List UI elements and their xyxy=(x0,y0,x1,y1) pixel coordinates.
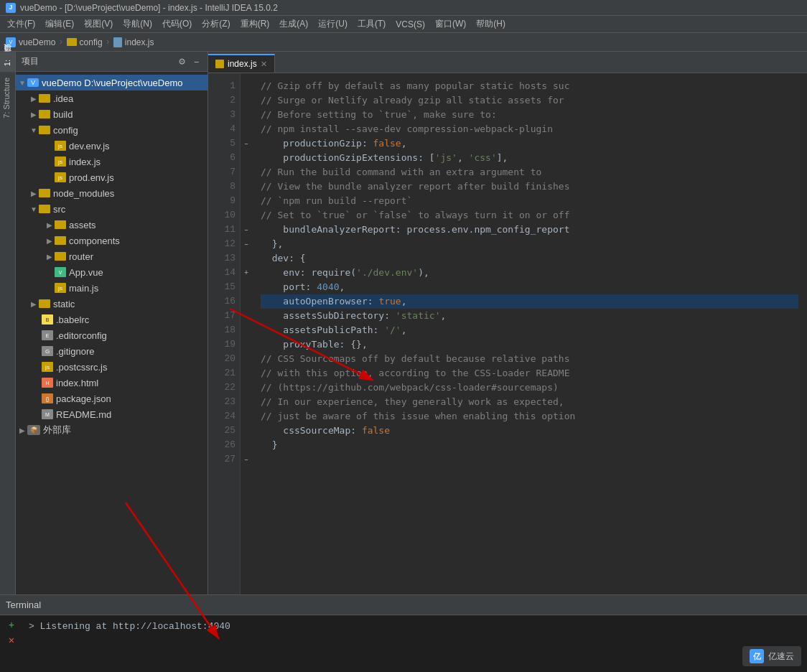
menu-item-v[interactable]: 视图(V) xyxy=(80,17,117,32)
tree-item-devenv[interactable]: ▶ js dev.env.js xyxy=(16,138,207,154)
code-line-9: // `npm run build --report` xyxy=(261,194,798,208)
tree-item-mainjs[interactable]: ▶ js main.js xyxy=(16,280,207,296)
fold-marker-22[interactable] xyxy=(241,381,252,395)
menu-item-e[interactable]: 编辑(E) xyxy=(41,17,78,32)
fold-marker-17[interactable] xyxy=(241,309,252,323)
fold-marker-21[interactable] xyxy=(241,366,252,381)
fold-marker-2[interactable] xyxy=(241,93,252,108)
tree-item-idea[interactable]: ▶ .idea xyxy=(16,90,207,106)
terminal-close-btn[interactable]: ✕ xyxy=(6,634,17,645)
breadcrumb-vuedemo[interactable]: vueDemo xyxy=(19,37,55,47)
tree-item-indexjs[interactable]: ▶ js index.js xyxy=(16,154,207,169)
fold-marker-9[interactable] xyxy=(241,194,252,208)
fold-marker-3[interactable] xyxy=(241,108,252,122)
tree-item-config[interactable]: ▼ config xyxy=(16,122,207,138)
tree-item-gitignore[interactable]: ▶ G .gitignore xyxy=(16,343,207,359)
fold-marker-24[interactable] xyxy=(241,409,252,424)
tree-item-appvue[interactable]: ▶ V App.vue xyxy=(16,264,207,280)
menu-item-w[interactable]: 窗口(W) xyxy=(431,17,470,32)
tree-item-postcssrc[interactable]: ▶ js .postcssrc.js xyxy=(16,359,207,375)
tree-item-build[interactable]: ▶ build xyxy=(16,106,207,122)
config-folder-icon xyxy=(67,38,77,46)
fold-marker-10[interactable] xyxy=(241,208,252,223)
menu-item-u[interactable]: 运行(U) xyxy=(314,17,352,32)
menu-item-a[interactable]: 生成(A) xyxy=(275,17,312,32)
fold-marker-23[interactable] xyxy=(241,395,252,409)
breadcrumb-sep-1: › xyxy=(58,37,63,47)
menu-item-h[interactable]: 帮助(H) xyxy=(472,17,510,32)
tree-item-static[interactable]: ▶ static xyxy=(16,296,207,312)
sidebar-tab-structure[interactable]: 7: Structure xyxy=(0,72,15,124)
bottom-area: Terminal + ✕ > Listening at http://local… xyxy=(0,594,807,672)
ln-17: 17 xyxy=(213,309,235,323)
tab-indexjs-label: index.js xyxy=(228,59,257,69)
menu-item-f[interactable]: 文件(F) xyxy=(3,17,39,32)
tree-label-static: static xyxy=(53,299,205,309)
fold-marker-1[interactable] xyxy=(241,79,252,93)
tab-indexjs[interactable]: index.js ✕ xyxy=(208,54,275,73)
code-content[interactable]: // Gzip off by default as many popular s… xyxy=(252,73,807,650)
nodemodules-folder-icon xyxy=(39,189,50,197)
tree-item-assets[interactable]: ▶ assets xyxy=(16,217,207,233)
breadcrumb-indexjs[interactable]: index.js xyxy=(125,37,154,47)
tree-item-indexhtml[interactable]: ▶ H index.html xyxy=(16,375,207,391)
menu-item-z[interactable]: 分析(Z) xyxy=(197,17,234,32)
tab-indexjs-close[interactable]: ✕ xyxy=(261,60,267,69)
tree-item-packagejson[interactable]: ▶ {} package.json xyxy=(16,391,207,406)
menu-item-o[interactable]: 代码(O) xyxy=(158,17,196,32)
tree-item-router[interactable]: ▶ router xyxy=(16,248,207,264)
menu-item-n[interactable]: 导航(N) xyxy=(118,17,157,32)
code-line-24: // In our experience, they generally wor… xyxy=(261,395,798,409)
fold-marker-19[interactable] xyxy=(241,337,252,352)
project-settings-icon[interactable]: ⚙ xyxy=(177,55,187,68)
readme-file-icon: M xyxy=(42,409,53,419)
project-panel-close[interactable]: – xyxy=(192,55,202,68)
tree-label-components: components xyxy=(69,235,205,246)
tree-label-extlibs: 外部库 xyxy=(43,424,205,437)
watermark-icon: 亿 xyxy=(750,649,764,663)
tree-label-prodenv: prod.env.js xyxy=(69,172,205,183)
code-line-1: // Gzip off by default as many popular s… xyxy=(261,79,798,93)
tree-item-components[interactable]: ▶ components xyxy=(16,233,207,248)
code-line-16: port: 4040, xyxy=(261,280,798,294)
fold-marker-20[interactable] xyxy=(241,352,252,366)
menu-item-t[interactable]: 工具(T) xyxy=(353,17,390,32)
breadcrumb-config[interactable]: config xyxy=(80,37,103,47)
fold-marker-5[interactable]: – xyxy=(241,136,252,151)
fold-marker-12[interactable]: – xyxy=(241,237,252,251)
fold-marker-25[interactable] xyxy=(241,424,252,438)
fold-marker-16[interactable] xyxy=(241,294,252,309)
tree-item-vuedemo-root[interactable]: ▼ V vueDemo D:\vueProject\vueDemo xyxy=(16,75,207,90)
tree-item-external-libs[interactable]: ▶ 📦 外部库 xyxy=(16,422,207,438)
fold-marker-14[interactable]: + xyxy=(241,266,252,280)
breadcrumb-bar: V vueDemo › config › index.js xyxy=(0,33,807,52)
menu-item-vcss[interactable]: VCS(S) xyxy=(391,18,429,31)
tree-item-nodemodules[interactable]: ▶ node_modules xyxy=(16,185,207,201)
fold-marker-26[interactable] xyxy=(241,438,252,452)
fold-marker-8[interactable] xyxy=(241,179,252,194)
fold-marker-13[interactable] xyxy=(241,251,252,266)
tree-item-editorconfig[interactable]: ▶ E .editorconfig xyxy=(16,327,207,343)
tree-item-readme[interactable]: ▶ M README.md xyxy=(16,406,207,422)
watermark-text: 亿速云 xyxy=(768,650,794,663)
terminal-add-btn[interactable]: + xyxy=(6,620,17,631)
tree-item-babelrc[interactable]: ▶ B .babelrc xyxy=(16,312,207,327)
tree-item-prodenv[interactable]: ▶ js prod.env.js xyxy=(16,169,207,185)
fold-marker-11[interactable]: – xyxy=(241,223,252,237)
project-panel-header: 项目 ⚙ – xyxy=(16,52,207,72)
code-line-8: // View the bundle analyzer report after… xyxy=(261,179,798,194)
menu-bar: 文件(F)编辑(E)视图(V)导航(N)代码(O)分析(Z)重构(R)生成(A)… xyxy=(0,16,807,33)
assets-folder-icon xyxy=(55,220,66,229)
fold-marker-18[interactable] xyxy=(241,323,252,337)
config-folder-icon-tree xyxy=(39,126,50,134)
menu-item-r[interactable]: 重构(R) xyxy=(236,17,274,32)
fold-marker-4[interactable] xyxy=(241,122,252,136)
ln-7: 7 xyxy=(213,165,235,179)
tree-item-src[interactable]: ▼ src xyxy=(16,201,207,217)
fold-marker-15[interactable] xyxy=(241,280,252,294)
fold-marker-6[interactable] xyxy=(241,151,252,165)
sidebar-tab-project[interactable]: 1: 项目 xyxy=(0,52,15,72)
code-line-23: // (https://github.com/webpack/css-loade… xyxy=(261,381,798,395)
fold-marker-27[interactable]: – xyxy=(241,452,252,467)
fold-marker-7[interactable] xyxy=(241,165,252,179)
